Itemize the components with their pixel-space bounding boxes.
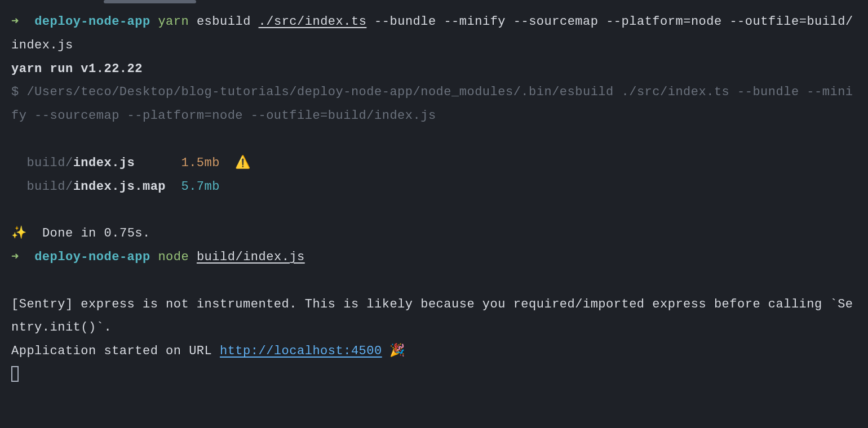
node-arg: build/index.js [197,250,305,264]
sentry-warning-line: [Sentry] express is not instrumented. Th… [11,293,857,340]
directory-name-2: deploy-node-app [34,250,150,264]
app-started-line: Application started on URL http://localh… [11,340,857,363]
top-scroll-indicator [104,0,196,3]
exec-path-line: $ /Users/teco/Desktop/blog-tutorials/dep… [11,81,857,128]
build-size-2: 5.7mb [181,180,220,194]
build-file-2: index.js.map [73,180,166,194]
terminal-cursor[interactable] [11,366,19,382]
app-started-prefix: Application started on URL [11,344,220,358]
exec-full-path: /Users/teco/Desktop/blog-tutorials/deplo… [11,85,853,123]
command-node: node [158,250,189,264]
warning-icon: ⚠️ [220,156,251,170]
blank-line-2 [11,198,857,222]
entry-file: ./src/index.ts [259,15,367,29]
build-file-1: index.js [73,156,135,170]
blank-line-3 [11,269,857,293]
command-line-1: ➜ deploy-node-app yarn esbuild ./src/ind… [11,10,857,57]
build-prefix-1: build/ [11,156,73,170]
done-text: Done in 0.75s. [27,226,150,240]
done-line: ✨ Done in 0.75s. [11,222,857,246]
dollar-prefix: $ [11,85,26,99]
build-size-1: 1.5mb [181,156,220,170]
build-prefix-2: build/ [11,180,73,194]
blank-line-1 [11,128,857,151]
build-output-1: build/index.js 1.5mb ⚠️ [11,151,857,175]
command-tool: esbuild [197,15,251,29]
directory-name: deploy-node-app [34,15,150,29]
prompt-arrow: ➜ [11,15,19,29]
command-yarn: yarn [158,15,189,29]
sentry-warning-text: [Sentry] express is not instrumented. Th… [11,297,853,335]
prompt-arrow-2: ➜ [11,250,19,264]
build-output-2: build/index.js.map 5.7mb [11,175,857,199]
yarn-run-version: yarn run v1.22.22 [11,62,143,76]
app-url-link[interactable]: http://localhost:4500 [220,344,382,358]
cursor-line[interactable] [11,363,857,387]
command-line-2: ➜ deploy-node-app node build/index.js [11,246,857,269]
sparkle-icon: ✨ [11,226,27,240]
yarn-version-line: yarn run v1.22.22 [11,57,857,81]
party-emoji-icon: 🎉 [382,344,405,358]
